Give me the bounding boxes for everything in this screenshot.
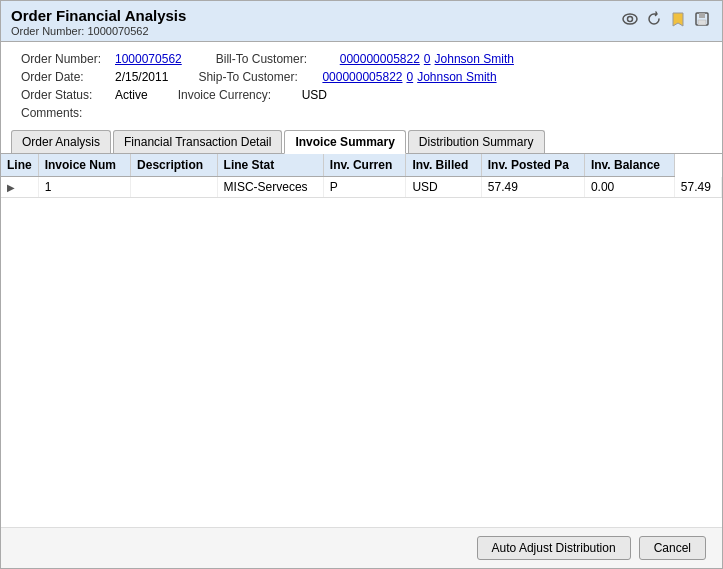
cell-description: MISC-Serveces	[217, 177, 323, 198]
order-status-value: Active	[115, 88, 148, 102]
order-number-group: Order Number: 1000070562	[21, 52, 186, 66]
eye-icon[interactable]	[620, 9, 640, 29]
form-row-1: Order Number: 1000070562 Bill-To Custome…	[21, 52, 702, 66]
tab-order-analysis[interactable]: Order Analysis	[11, 130, 111, 153]
svg-rect-3	[699, 13, 705, 18]
table-row[interactable]: ▶1MISC-ServecesPUSD57.490.0057.49	[1, 177, 722, 198]
col-header-description: Description	[131, 154, 218, 177]
form-row-3: Order Status: Active Invoice Currency: U…	[21, 88, 702, 102]
invoice-currency-value: USD	[302, 88, 327, 102]
cell-inv-balance: 57.49	[674, 177, 721, 198]
page-container: Order Financial Analysis Order Number: 1…	[0, 0, 723, 569]
table-body: ▶1MISC-ServecesPUSD57.490.0057.49	[1, 177, 722, 198]
tab-distribution-summary[interactable]: Distribution Summary	[408, 130, 545, 153]
footer: Auto Adjust Distribution Cancel	[1, 527, 722, 568]
cell-line-stat: P	[323, 177, 406, 198]
ship-to-id-link[interactable]: 000000005822	[322, 70, 402, 84]
svg-rect-4	[698, 20, 706, 25]
tab-financial-transaction[interactable]: Financial Transaction Detail	[113, 130, 282, 153]
cell-inv-posted_pa: 0.00	[584, 177, 674, 198]
bookmark-icon[interactable]	[668, 9, 688, 29]
bill-to-group: Bill-To Customer: 000000005822 0 Johnson…	[216, 52, 518, 66]
header-icons	[620, 9, 712, 29]
form-area: Order Number: 1000070562 Bill-To Custome…	[1, 42, 722, 130]
order-date-label: Order Date:	[21, 70, 111, 84]
invoice-currency-label: Invoice Currency:	[178, 88, 298, 102]
svg-point-0	[623, 14, 637, 24]
col-header-inv-billed: Inv. Billed	[406, 154, 481, 177]
header-title-area: Order Financial Analysis Order Number: 1…	[11, 7, 186, 37]
row-expand-arrow[interactable]: ▶	[1, 177, 38, 198]
table-area: Line Invoice Num Description Line Stat I…	[1, 154, 722, 527]
invoice-currency-group: Invoice Currency: USD	[178, 88, 327, 102]
col-header-invoice-num: Invoice Num	[38, 154, 130, 177]
refresh-icon[interactable]	[644, 9, 664, 29]
ship-to-label: Ship-To Customer:	[198, 70, 318, 84]
col-header-line: Line	[1, 154, 38, 177]
cell-inv-billed: 57.49	[481, 177, 584, 198]
comments-group: Comments:	[21, 106, 115, 120]
col-header-inv-curren: Inv. Curren	[323, 154, 406, 177]
bill-to-id-link[interactable]: 000000005822	[340, 52, 420, 66]
col-header-inv-balance: Inv. Balance	[584, 154, 674, 177]
table-header-row: Line Invoice Num Description Line Stat I…	[1, 154, 722, 177]
invoice-table: Line Invoice Num Description Line Stat I…	[1, 154, 722, 198]
tabs-container: Order Analysis Financial Transaction Det…	[1, 130, 722, 154]
form-row-4: Comments:	[21, 106, 702, 120]
page-subtitle: Order Number: 1000070562	[11, 25, 186, 37]
order-status-group: Order Status: Active	[21, 88, 148, 102]
cell-line: 1	[38, 177, 130, 198]
cell-invoice-num	[131, 177, 218, 198]
order-date-value: 2/15/2011	[115, 70, 168, 84]
order-number-link[interactable]: 1000070562	[115, 52, 182, 66]
col-header-line-stat: Line Stat	[217, 154, 323, 177]
order-date-group: Order Date: 2/15/2011	[21, 70, 168, 84]
ship-to-name-link[interactable]: Johnson Smith	[417, 70, 496, 84]
order-number-label: Order Number:	[21, 52, 111, 66]
comments-label: Comments:	[21, 106, 111, 120]
order-status-label: Order Status:	[21, 88, 111, 102]
auto-adjust-button[interactable]: Auto Adjust Distribution	[477, 536, 631, 560]
cell-inv-curren: USD	[406, 177, 481, 198]
col-header-inv-posted-pa: Inv. Posted Pa	[481, 154, 584, 177]
bill-to-name-link[interactable]: Johnson Smith	[435, 52, 514, 66]
save-icon[interactable]	[692, 9, 712, 29]
bill-to-label: Bill-To Customer:	[216, 52, 336, 66]
page-title: Order Financial Analysis	[11, 7, 186, 24]
header: Order Financial Analysis Order Number: 1…	[1, 1, 722, 42]
tab-invoice-summary[interactable]: Invoice Summary	[284, 130, 405, 154]
ship-to-num-link[interactable]: 0	[406, 70, 413, 84]
ship-to-group: Ship-To Customer: 000000005822 0 Johnson…	[198, 70, 500, 84]
form-row-2: Order Date: 2/15/2011 Ship-To Customer: …	[21, 70, 702, 84]
cancel-button[interactable]: Cancel	[639, 536, 706, 560]
svg-point-1	[628, 17, 633, 22]
bill-to-num-link[interactable]: 0	[424, 52, 431, 66]
